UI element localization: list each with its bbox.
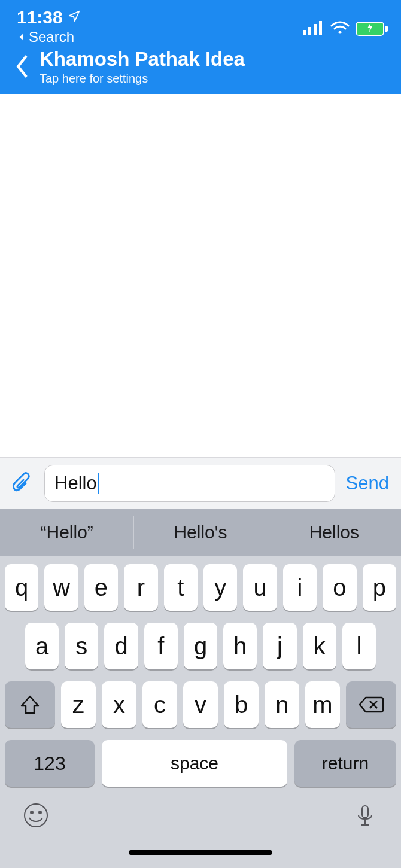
svg-rect-2 xyxy=(314,24,317,35)
keyboard-suggestions-bar: “Hello” Hello's Hellos xyxy=(0,509,401,556)
key-y[interactable]: y xyxy=(203,564,237,611)
chat-header: Khamosh Pathak Idea Tap here for setting… xyxy=(0,46,401,94)
text-cursor xyxy=(98,473,99,494)
key-g[interactable]: g xyxy=(184,623,217,669)
chat-title-area[interactable]: Khamosh Pathak Idea Tap here for setting… xyxy=(40,48,245,86)
key-o[interactable]: o xyxy=(323,564,356,611)
attach-button[interactable] xyxy=(7,469,36,498)
svg-rect-10 xyxy=(362,806,368,818)
cellular-signal-icon xyxy=(303,20,324,37)
wifi-icon xyxy=(330,20,350,37)
key-a[interactable]: a xyxy=(25,623,59,669)
key-n[interactable]: n xyxy=(265,681,299,728)
suggestion-3[interactable]: Hellos xyxy=(268,509,401,556)
chat-subtitle: Tap here for settings xyxy=(40,72,245,86)
key-r[interactable]: r xyxy=(124,564,157,611)
compose-bar: Hello Send xyxy=(0,457,401,509)
key-m[interactable]: m xyxy=(305,681,340,728)
key-l[interactable]: l xyxy=(342,623,376,669)
back-to-app-button[interactable]: Search xyxy=(17,29,74,45)
message-input[interactable]: Hello xyxy=(44,465,335,502)
svg-point-9 xyxy=(39,811,41,814)
key-e[interactable]: e xyxy=(84,564,118,611)
space-key[interactable]: space xyxy=(102,740,287,787)
numbers-key[interactable]: 123 xyxy=(5,740,95,787)
battery-icon xyxy=(356,22,388,36)
svg-rect-3 xyxy=(319,21,322,35)
key-b[interactable]: b xyxy=(224,681,259,728)
svg-rect-0 xyxy=(303,30,306,35)
key-t[interactable]: t xyxy=(164,564,198,611)
chat-message-area[interactable] xyxy=(0,94,401,457)
keyboard: q w e r t y u i o p a s d f g h j k l z xyxy=(0,556,401,868)
key-q[interactable]: q xyxy=(5,564,38,611)
key-s[interactable]: s xyxy=(65,623,98,669)
key-z[interactable]: z xyxy=(61,681,96,728)
dictation-button[interactable] xyxy=(352,802,378,831)
key-x[interactable]: x xyxy=(102,681,136,728)
key-c[interactable]: c xyxy=(142,681,177,728)
home-indicator[interactable] xyxy=(5,850,396,855)
backspace-key[interactable] xyxy=(346,681,396,728)
key-h[interactable]: h xyxy=(223,623,257,669)
chat-title: Khamosh Pathak Idea xyxy=(40,48,245,71)
return-key[interactable]: return xyxy=(294,740,396,787)
svg-point-8 xyxy=(31,811,33,814)
suggestion-2[interactable]: Hello's xyxy=(133,509,267,556)
key-u[interactable]: u xyxy=(243,564,277,611)
key-i[interactable]: i xyxy=(283,564,317,611)
svg-rect-1 xyxy=(308,27,311,35)
suggestion-1[interactable]: “Hello” xyxy=(0,509,133,556)
back-to-app-label: Search xyxy=(29,29,74,45)
svg-point-7 xyxy=(25,804,47,827)
status-bar: 11:38 Search xyxy=(0,0,401,46)
key-p[interactable]: p xyxy=(363,564,396,611)
key-d[interactable]: d xyxy=(104,623,138,669)
key-f[interactable]: f xyxy=(144,623,178,669)
location-icon xyxy=(68,10,81,25)
key-v[interactable]: v xyxy=(183,681,218,728)
key-j[interactable]: j xyxy=(263,623,296,669)
key-k[interactable]: k xyxy=(303,623,336,669)
key-w[interactable]: w xyxy=(44,564,78,611)
shift-key[interactable] xyxy=(5,681,55,728)
svg-point-4 xyxy=(339,31,342,33)
status-time: 11:38 xyxy=(17,7,63,28)
send-button[interactable]: Send xyxy=(344,473,394,494)
back-button[interactable] xyxy=(6,50,40,83)
emoji-button[interactable] xyxy=(23,802,49,831)
message-input-text: Hello xyxy=(54,473,97,494)
